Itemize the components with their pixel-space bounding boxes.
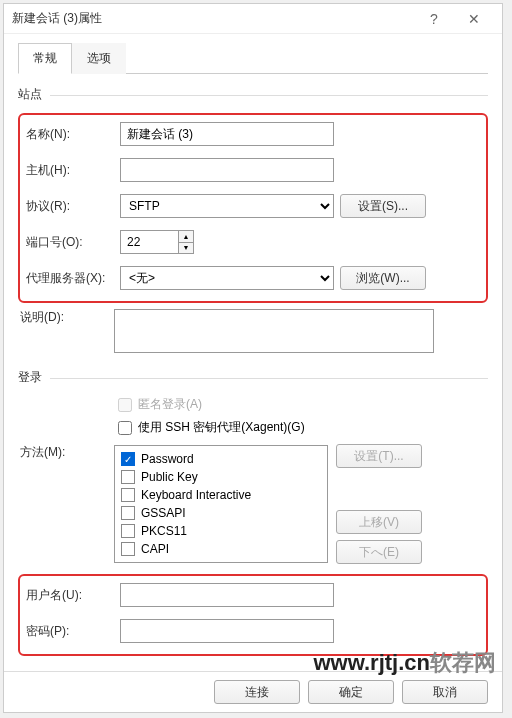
port-spin-up[interactable]: ▲ [178,230,194,242]
cancel-button[interactable]: 取消 [402,680,488,704]
xagent-label: 使用 SSH 密钥代理(Xagent)(G) [138,419,305,436]
host-input[interactable] [120,158,334,182]
dialog-window: 新建会话 (3)属性 ? ✕ 常规 选项 站点 名称(N): 主机(H): [3,3,503,713]
highlight-box-site: 名称(N): 主机(H): 协议(R): SFTP [18,113,488,303]
method-capi: CAPI [121,540,321,558]
ok-button[interactable]: 确定 [308,680,394,704]
method-pkcs11: PKCS11 [121,522,321,540]
anon-checkbox [118,398,132,412]
method-label: 方法(M): [18,444,114,461]
user-input[interactable] [120,583,334,607]
name-input[interactable] [120,122,334,146]
highlight-box-credentials: 用户名(U): 密码(P): [18,574,488,656]
method-password: ✓Password [121,450,321,468]
port-input[interactable] [120,230,178,254]
protocol-settings-button[interactable]: 设置(S)... [340,194,426,218]
port-spin-down[interactable]: ▼ [178,242,194,255]
method-list[interactable]: ✓Password Public Key Keyboard Interactiv… [114,445,328,563]
protocol-select[interactable]: SFTP [120,194,334,218]
user-label: 用户名(U): [24,587,120,604]
login-legend: 登录 [18,369,488,386]
xagent-checkbox[interactable] [118,421,132,435]
site-section: 站点 名称(N): 主机(H): 协议(R): [18,86,488,353]
anon-label: 匿名登录(A) [138,396,202,413]
protocol-label: 协议(R): [24,198,120,215]
tab-options[interactable]: 选项 [72,43,126,74]
check-icon[interactable]: ✓ [121,452,135,466]
method-keyboard: Keyboard Interactive [121,486,321,504]
window-title: 新建会话 (3)属性 [12,10,414,27]
help-button[interactable]: ? [414,5,454,33]
proxy-label: 代理服务器(X): [24,270,120,287]
close-button[interactable]: ✕ [454,5,494,33]
content-area: 常规 选项 站点 名称(N): 主机(H): [4,34,502,671]
connect-button[interactable]: 连接 [214,680,300,704]
tab-general[interactable]: 常规 [18,43,72,74]
pass-input[interactable] [120,619,334,643]
titlebar: 新建会话 (3)属性 ? ✕ [4,4,502,34]
tab-bar: 常规 选项 [18,42,488,74]
method-gssapi: GSSAPI [121,504,321,522]
proxy-browse-button[interactable]: 浏览(W)... [340,266,426,290]
method-settings-button[interactable]: 设置(T)... [336,444,422,468]
method-publickey: Public Key [121,468,321,486]
method-movedown-button[interactable]: 下へ(E) [336,540,422,564]
port-spinner: ▲ ▼ [120,230,194,254]
method-moveup-button[interactable]: 上移(V) [336,510,422,534]
proxy-select[interactable]: <无> [120,266,334,290]
pass-label: 密码(P): [24,623,120,640]
footer: 连接 确定 取消 [4,671,502,712]
desc-textarea[interactable] [114,309,434,353]
site-legend: 站点 [18,86,488,103]
port-label: 端口号(O): [24,234,120,251]
login-section: 登录 匿名登录(A) 使用 SSH 密钥代理(Xagent)(G) 方法(M):… [18,369,488,656]
desc-label: 说明(D): [18,309,114,326]
host-label: 主机(H): [24,162,120,179]
name-label: 名称(N): [24,126,120,143]
